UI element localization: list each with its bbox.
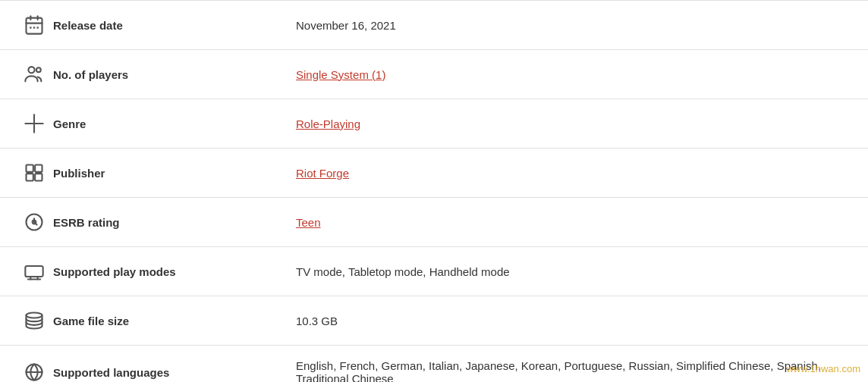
row-publisher: PublisherRiot Forge <box>0 149 868 198</box>
release-date-icon <box>15 14 53 36</box>
supported-play-modes-label: Supported play modes <box>53 265 296 278</box>
svg-rect-13 <box>27 174 33 180</box>
publisher-link[interactable]: Riot Forge <box>296 167 349 180</box>
svg-rect-14 <box>35 174 42 180</box>
svg-point-7 <box>28 67 34 73</box>
supported-play-modes-value: TV mode, Tabletop mode, Handheld mode <box>296 265 853 278</box>
publisher-icon <box>15 162 53 183</box>
release-date-label: Release date <box>53 19 296 32</box>
row-esrb-rating: ESRB ratingTeen <box>0 198 868 247</box>
supported-play-modes-icon <box>15 261 53 282</box>
svg-rect-5 <box>33 27 35 28</box>
svg-rect-4 <box>30 27 31 28</box>
row-genre: GenreRole-Playing <box>0 99 868 149</box>
genre-link[interactable]: Role-Playing <box>296 117 360 130</box>
esrb-rating-label: ESRB rating <box>53 216 296 229</box>
esrb-rating-value: Teen <box>296 216 853 229</box>
row-game-file-size: Game file size10.3 GB <box>0 296 868 346</box>
game-file-size-icon <box>15 310 53 331</box>
row-supported-play-modes: Supported play modesTV mode, Tabletop mo… <box>0 247 868 296</box>
esrb-rating-icon <box>15 211 53 233</box>
genre-label: Genre <box>53 117 296 130</box>
supported-languages-icon <box>15 362 53 382</box>
svg-rect-12 <box>35 165 42 172</box>
svg-rect-11 <box>27 165 33 172</box>
svg-rect-17 <box>25 266 42 277</box>
publisher-label: Publisher <box>53 167 296 180</box>
no-of-players-icon <box>15 64 53 85</box>
row-release-date: Release dateNovember 16, 2021 <box>0 0 868 50</box>
svg-point-8 <box>36 67 41 72</box>
release-date-value: November 16, 2021 <box>296 19 853 32</box>
game-file-size-label: Game file size <box>53 315 296 327</box>
genre-icon <box>15 113 53 134</box>
no-of-players-link[interactable]: Single System (1) <box>296 68 385 81</box>
svg-point-21 <box>27 313 42 318</box>
supported-languages-value: English, French, German, Italian, Japane… <box>296 359 853 382</box>
esrb-rating-link[interactable]: Teen <box>296 216 321 229</box>
svg-rect-6 <box>37 27 39 28</box>
row-supported-languages: Supported languagesEnglish, French, Germ… <box>0 346 868 382</box>
genre-value: Role-Playing <box>296 117 853 130</box>
game-file-size-value: 10.3 GB <box>296 315 853 327</box>
watermark: www.1hwan.com <box>786 363 860 374</box>
no-of-players-label: No. of players <box>53 68 296 81</box>
row-no-of-players: No. of playersSingle System (1) <box>0 50 868 99</box>
no-of-players-value: Single System (1) <box>296 68 853 81</box>
supported-languages-label: Supported languages <box>53 366 296 379</box>
publisher-value: Riot Forge <box>296 167 853 180</box>
svg-rect-0 <box>27 18 42 34</box>
info-table: Release dateNovember 16, 2021 No. of pla… <box>0 0 868 382</box>
